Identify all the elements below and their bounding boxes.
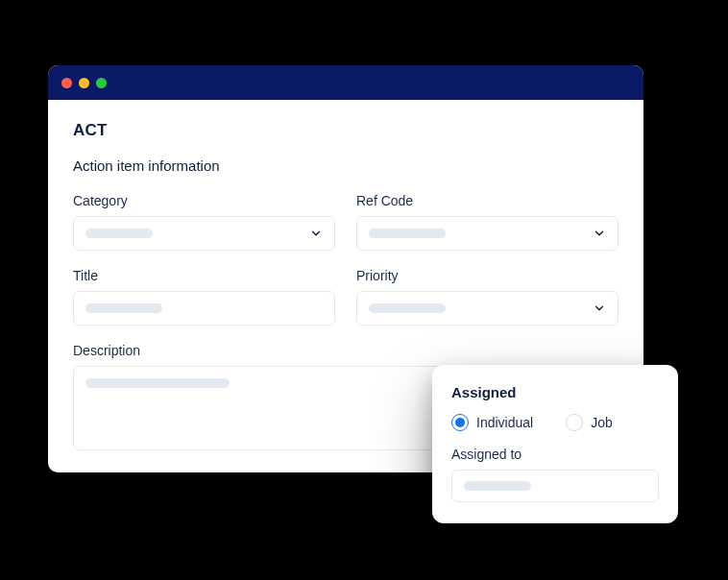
input-title[interactable] (73, 291, 335, 326)
select-refcode[interactable] (356, 216, 619, 251)
window-titlebar (48, 65, 643, 100)
radio-job-label: Job (591, 415, 613, 430)
page-subtitle: Action item information (73, 157, 619, 174)
assigned-panel-title: Assigned (451, 384, 659, 400)
select-priority[interactable] (356, 291, 619, 326)
label-category: Category (73, 193, 335, 208)
placeholder-bar (369, 303, 446, 313)
placeholder-bar (85, 378, 230, 388)
placeholder-bar (464, 481, 531, 491)
chevron-down-icon (593, 302, 606, 315)
field-title: Title (73, 268, 335, 326)
field-category: Category (73, 193, 335, 251)
label-priority: Priority (356, 268, 619, 283)
radio-job[interactable]: Job (566, 414, 613, 431)
radio-individual-label: Individual (476, 415, 533, 430)
radio-icon (566, 414, 583, 431)
label-description: Description (73, 343, 619, 358)
radio-individual[interactable]: Individual (451, 414, 533, 431)
page-code: ACT (73, 121, 619, 140)
field-assigned-to: Assigned to (451, 447, 659, 502)
placeholder-bar (85, 303, 162, 313)
radio-icon (451, 414, 469, 431)
label-assigned-to: Assigned to (451, 447, 659, 462)
placeholder-bar (369, 229, 446, 238)
field-refcode: Ref Code (356, 193, 619, 251)
assigned-panel: Assigned Individual Job Assigned to (432, 365, 678, 523)
label-title: Title (73, 268, 335, 283)
input-assigned-to[interactable] (451, 470, 659, 502)
select-category[interactable] (73, 216, 335, 251)
label-refcode: Ref Code (356, 193, 619, 208)
close-icon[interactable] (61, 78, 72, 88)
assigned-type-group: Individual Job (451, 414, 659, 431)
field-priority: Priority (356, 268, 619, 326)
minimize-icon[interactable] (79, 78, 89, 88)
chevron-down-icon (309, 227, 323, 240)
placeholder-bar (85, 229, 153, 238)
chevron-down-icon (593, 227, 606, 240)
maximize-icon[interactable] (96, 78, 107, 88)
